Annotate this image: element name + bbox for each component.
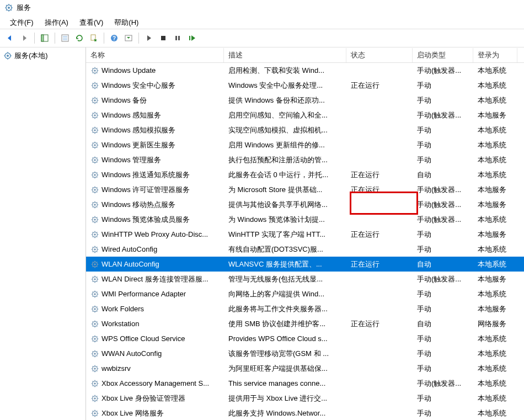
service-description-cell: 提供与其他设备共享手机网络... [224,199,346,211]
service-name-label: WLAN Direct 服务连接管理器服... [101,274,208,284]
service-row[interactable]: Windows 备份提供 Windows 备份和还原功...手动本地系统 [86,93,524,108]
help-button[interactable]: ? [108,31,121,45]
export-list-button[interactable] [87,31,100,45]
action-menu-button[interactable] [122,31,135,45]
service-row[interactable]: WLAN Direct 服务连接管理器服...管理与无线服务(包括无线显...手… [86,272,524,286]
service-name-label: Windows 推送通知系统服务 [101,170,190,180]
service-name-label: Windows 移动热点服务 [101,200,175,210]
service-name-cell: Windows 感知服务 [86,109,224,121]
list-pane: 名称 描述 状态 启动类型 登录为 Windows Update启用检测、下载和… [86,47,524,420]
column-name[interactable]: 名称 [86,48,224,62]
service-logon-cell: 本地系统 [473,363,517,375]
menu-file[interactable]: 文件(F) [4,17,39,28]
svg-point-17 [7,55,9,57]
svg-rect-5 [63,36,67,37]
refresh-button[interactable] [73,31,86,45]
service-row[interactable]: Windows 移动热点服务提供与其他设备共享手机网络...手动(触发器...本… [86,197,524,212]
service-row[interactable]: WLAN AutoConfigWLANSVC 服务提供配置、...正在运行自动本… [86,257,524,272]
service-logon-cell: 本地服务 [473,184,517,196]
svg-point-53 [94,323,96,325]
start-service-button[interactable] [142,31,156,45]
service-name-cell: WMI Performance Adapter [86,289,224,300]
svg-point-19 [94,70,96,72]
service-row[interactable]: WMI Performance Adapter向网络上的客户端提供 Wind..… [86,286,524,301]
service-logon-cell: 本地系统 [473,214,517,226]
service-row[interactable]: Work Folders此服务将与工作文件夹服务器...手动本地服务 [86,301,524,316]
service-description-cell: Windows 安全中心服务处理... [224,79,346,92]
column-description[interactable]: 描述 [224,48,346,62]
service-name-cell: WPS Office Cloud Service [86,333,224,344]
list-header: 名称 描述 状态 启动类型 登录为 [86,47,524,63]
service-row[interactable]: WPS Office Cloud ServiceProvides WPS Off… [86,331,524,346]
service-row[interactable]: wwbizsrv为阿里旺旺客户端提供基础保...手动本地系统 [86,361,524,376]
service-startup-cell: 手动(触发器... [413,273,473,285]
service-startup-cell: 手动 [413,79,473,92]
stop-service-button[interactable] [157,31,170,45]
svg-rect-7 [63,39,67,40]
service-name-cell: WWAN AutoConfig [86,348,224,359]
service-row[interactable]: WWAN AutoConfig该服务管理移动宽带(GSM 和 ...手动本地系统 [86,346,524,361]
service-logon-cell: 本地系统 [473,378,517,390]
service-row[interactable]: Windows Update启用检测、下载和安装 Wind...手动(触发器..… [86,63,524,78]
service-status-cell [346,129,413,131]
service-name-cell: Windows 移动热点服务 [86,199,224,211]
service-startup-cell: 手动 [413,288,473,300]
service-status-cell [346,368,413,370]
service-row[interactable]: Windows 推送通知系统服务此服务在会话 0 中运行，并托...正在运行自动… [86,167,524,182]
svg-point-47 [94,278,96,280]
list-body[interactable]: Windows Update启用检测、下载和安装 Wind...手动(触发器..… [86,63,524,420]
column-logon[interactable]: 登录为 [473,48,517,62]
service-row[interactable]: Windows 安全中心服务Windows 安全中心服务处理...正在运行手动本… [86,78,524,93]
service-startup-cell: 手动 [413,407,473,419]
pause-service-button[interactable] [171,31,184,45]
service-logon-cell: 本地系统 [473,243,517,256]
service-row[interactable]: Windows 感知模拟服务实现空间感知模拟、虚拟相机...手动本地系统 [86,123,524,137]
column-startup[interactable]: 启动类型 [413,48,473,62]
service-row[interactable]: Xbox Live 身份验证管理器提供用于与 Xbox Live 进行交...手… [86,391,524,406]
menu-action[interactable]: 操作(A) [39,17,74,28]
svg-point-27 [94,129,96,131]
service-description-cell: 启用空间感知、空间输入和全... [224,109,346,121]
service-name-cell: Xbox Live 身份验证管理器 [86,392,224,405]
service-status-cell [346,278,413,280]
service-status-cell [346,144,413,146]
gear-icon [90,290,99,299]
restart-service-button[interactable] [185,31,199,45]
service-row[interactable]: Windows 感知服务启用空间感知、空间输入和全...手动(触发器...本地服… [86,108,524,123]
properties-button[interactable] [58,31,72,45]
service-description-cell: 提供用于与 Xbox Live 进行交... [224,392,346,405]
gear-icon [90,409,99,418]
service-name-label: WWAN AutoConfig [101,349,162,358]
service-name-cell: Windows Update [86,65,224,76]
service-row[interactable]: Windows 预览体验成员服务为 Windows 预览体验计划提...手动(触… [86,212,524,227]
service-startup-cell: 手动 [413,363,473,375]
menu-help[interactable]: 帮助(H) [109,17,144,28]
service-row[interactable]: Windows 许可证管理器服务为 Microsoft Store 提供基础..… [86,182,524,197]
svg-text:?: ? [113,35,116,41]
nav-back-button[interactable] [3,31,17,45]
service-description-cell: 此服务将与工作文件夹服务器... [224,303,346,315]
svg-point-57 [94,353,96,355]
show-hide-tree-button[interactable] [38,31,51,45]
service-row[interactable]: Workstation使用 SMB 协议创建并维护客...正在运行自动网络服务 [86,316,524,331]
menubar: 文件(F) 操作(A) 查看(V) 帮助(H) [0,15,524,29]
svg-point-25 [94,114,96,116]
service-logon-cell: 本地系统 [473,392,517,405]
service-description-cell: 使用 SMB 协议创建并维护客... [224,318,346,330]
tree-root-label: 服务(本地) [14,51,48,61]
service-name-label: Workstation [101,320,139,328]
service-row[interactable]: Wired AutoConfig有线自动配置(DOT3SVC)服...手动本地系… [86,242,524,257]
svg-point-51 [94,308,96,310]
menu-view[interactable]: 查看(V) [74,17,109,28]
service-row[interactable]: Xbox Accessory Management S...This servi… [86,376,524,391]
service-row[interactable]: Windows 更新医生服务启用 Windows 更新组件的修...手动本地系统 [86,137,524,152]
service-description-cell: 为 Microsoft Store 提供基础... [224,184,346,196]
service-row[interactable]: Windows 管理服务执行包括预配和注册活动的管...手动本地系统 [86,152,524,167]
service-row[interactable]: Xbox Live 网络服务此服务支持 Windows.Networ...手动本… [86,406,524,420]
nav-forward-button[interactable] [18,31,31,45]
gear-icon [90,394,99,403]
service-row[interactable]: WinHTTP Web Proxy Auto-Disc...WinHTTP 实现… [86,227,524,242]
tree-root-node[interactable]: 服务(本地) [1,50,84,62]
service-startup-cell: 手动 [413,392,473,405]
column-status[interactable]: 状态 [346,48,413,62]
